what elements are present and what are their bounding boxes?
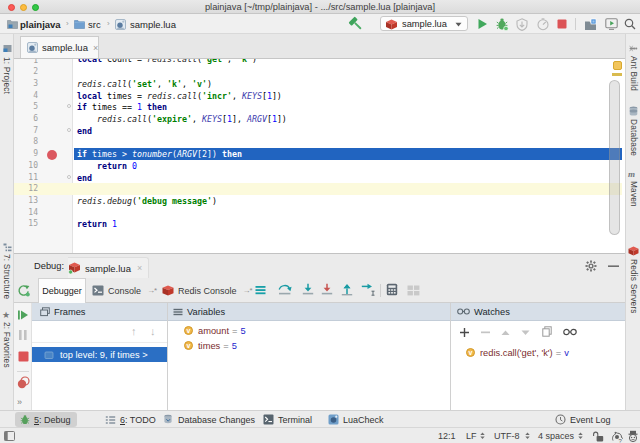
tool-button-database[interactable]: Database bbox=[629, 119, 639, 156]
gear-icon[interactable] bbox=[585, 260, 597, 272]
caret-line-highlight bbox=[14, 183, 622, 195]
build-hammer-icon[interactable] bbox=[348, 16, 364, 32]
watch-row[interactable]: v redis.call('get', 'k') = v bbox=[466, 345, 569, 360]
tool-button-terminal[interactable]: Terminal bbox=[263, 412, 312, 427]
stop-icon[interactable] bbox=[18, 351, 29, 362]
run-button-icon[interactable] bbox=[477, 18, 488, 30]
watch-value: v bbox=[564, 348, 569, 358]
hector-inspector-icon[interactable] bbox=[627, 430, 639, 443]
lock-icon[interactable] bbox=[592, 431, 604, 442]
fold-marker-icon[interactable] bbox=[67, 175, 71, 179]
tool-button-favorites[interactable]: 2: Favorites bbox=[2, 322, 12, 368]
tool-button-ant-build[interactable]: Ant Build bbox=[629, 56, 639, 91]
breadcrumb-src[interactable]: src bbox=[88, 18, 101, 30]
breadcrumb-file[interactable]: sample.lua bbox=[130, 18, 176, 30]
database-icon bbox=[629, 106, 638, 116]
scroll-to-end-icon: →* bbox=[243, 286, 252, 295]
resume-icon[interactable] bbox=[17, 309, 29, 321]
run-to-cursor-icon[interactable] bbox=[361, 283, 375, 296]
tool-button-label: Event Log bbox=[570, 415, 611, 425]
running-devices-icon[interactable] bbox=[605, 18, 618, 30]
rerun-icon[interactable] bbox=[17, 284, 30, 297]
force-step-into-icon[interactable] bbox=[321, 283, 333, 296]
variables-panel-title: Variables bbox=[187, 307, 225, 317]
tool-button-todo[interactable]: 6: TODO bbox=[105, 412, 156, 427]
close-session-icon[interactable]: × bbox=[137, 263, 142, 273]
tool-button-project[interactable]: 1: Project bbox=[2, 57, 12, 94]
view-breakpoints-icon[interactable] bbox=[17, 376, 30, 389]
line-ending-indicator[interactable]: LF bbox=[466, 431, 477, 441]
console-icon bbox=[92, 285, 104, 296]
debug-button-icon[interactable] bbox=[496, 17, 509, 31]
event-log-button[interactable]: Event Log bbox=[555, 412, 611, 427]
highlighting-level-icon[interactable]: ? bbox=[611, 431, 623, 443]
redis-run-icon bbox=[68, 262, 81, 274]
debugger-side-toolbar: » bbox=[14, 303, 32, 411]
add-watch-icon[interactable] bbox=[459, 327, 470, 338]
editor-tab-label: sample.lua bbox=[42, 42, 88, 53]
code-editor[interactable]: 123456789101112131415 local count = redi… bbox=[14, 59, 625, 253]
tool-button-redis-servers[interactable]: Redis Servers bbox=[629, 259, 639, 314]
debug-tool-window: Debug: sample.lua × Debugger bbox=[14, 253, 625, 410]
tab-debugger[interactable]: Debugger bbox=[38, 278, 86, 303]
toggle-toolbars-icon[interactable] bbox=[4, 431, 15, 441]
encoding-indicator[interactable]: UTF-8 bbox=[494, 431, 520, 441]
code-line: return 0 bbox=[77, 160, 137, 172]
stack-frame-icon bbox=[44, 350, 54, 360]
watches-glasses-icon bbox=[457, 308, 470, 315]
warning-stripe-mark bbox=[612, 73, 622, 76]
tab-redis-console[interactable]: Redis Console →* bbox=[162, 278, 252, 303]
editor-scrollbar[interactable] bbox=[609, 80, 620, 235]
close-tab-icon[interactable]: × bbox=[93, 43, 98, 53]
toolbar-separator bbox=[17, 371, 29, 372]
run-configuration-value: sample.lua bbox=[402, 19, 447, 29]
show-watches-icon[interactable] bbox=[563, 328, 577, 336]
hide-tool-window-icon[interactable] bbox=[608, 265, 620, 268]
tool-button-structure[interactable]: 7: Structure bbox=[2, 254, 12, 299]
debug-tool-icon bbox=[20, 414, 30, 425]
breakpoint-icon[interactable] bbox=[47, 150, 57, 160]
editor-tab-sample-lua[interactable]: sample.lua × bbox=[20, 36, 99, 58]
caret-position[interactable]: 12:1 bbox=[438, 431, 456, 441]
step-into-icon[interactable] bbox=[302, 283, 314, 296]
more-actions-button[interactable]: » bbox=[17, 397, 22, 407]
tool-button-database-changes[interactable]: Database Changes bbox=[163, 412, 255, 427]
fold-marker-icon[interactable] bbox=[67, 104, 71, 108]
remove-watch-icon bbox=[481, 331, 491, 334]
tab-console[interactable]: Console →* bbox=[92, 278, 156, 303]
lua-file-icon bbox=[27, 42, 38, 53]
stop-button-icon[interactable] bbox=[557, 19, 567, 29]
pause-icon bbox=[18, 329, 28, 341]
settings-menu-icon[interactable] bbox=[255, 285, 266, 295]
tool-button-luacheck[interactable]: LuaCheck bbox=[328, 412, 384, 427]
code-line: local count = redis.call('get', 'k') bbox=[77, 59, 257, 65]
attach-process-icon[interactable] bbox=[584, 18, 597, 31]
variable-row[interactable]: v amount = 5 bbox=[184, 323, 246, 338]
copy-watch-icon[interactable] bbox=[542, 326, 552, 337]
breadcrumb-project[interactable]: plainjava bbox=[20, 18, 61, 30]
code-line: local times = redis.call('incr', KEYS[1]… bbox=[77, 90, 282, 102]
search-everywhere-icon[interactable] bbox=[624, 18, 636, 30]
stack-frame-row[interactable]: top level: 9, if times > bbox=[32, 347, 168, 362]
tool-window-bar: 5: Debug 6: TODO Database Changes Termin… bbox=[0, 410, 640, 427]
tool-button-debug[interactable]: 5: Debug bbox=[15, 412, 77, 427]
tab-debugger-label: Debugger bbox=[42, 286, 82, 296]
line-number: 5 bbox=[14, 101, 38, 113]
toolbar-separator bbox=[575, 18, 576, 30]
redis-config-icon bbox=[385, 19, 398, 30]
tool-button-label: LuaCheck bbox=[343, 415, 384, 425]
tool-button-maven[interactable]: Maven bbox=[629, 181, 639, 207]
luacheck-icon bbox=[328, 414, 339, 425]
indent-indicator[interactable]: 4 spaces bbox=[538, 431, 574, 441]
chevron-updown-icon bbox=[578, 432, 583, 440]
fold-marker-icon[interactable] bbox=[67, 128, 71, 132]
run-configuration-select[interactable]: sample.lua bbox=[380, 16, 468, 31]
variable-row[interactable]: v times = 5 bbox=[184, 338, 237, 353]
line-number: 15 bbox=[14, 218, 38, 230]
debug-session-tab[interactable]: sample.lua × bbox=[68, 257, 149, 278]
evaluate-expression-icon[interactable] bbox=[386, 283, 398, 296]
step-over-icon[interactable] bbox=[278, 283, 292, 296]
coverage-button-icon bbox=[516, 18, 528, 31]
step-out-icon[interactable] bbox=[341, 283, 353, 296]
inspection-status-icon[interactable] bbox=[613, 61, 622, 70]
